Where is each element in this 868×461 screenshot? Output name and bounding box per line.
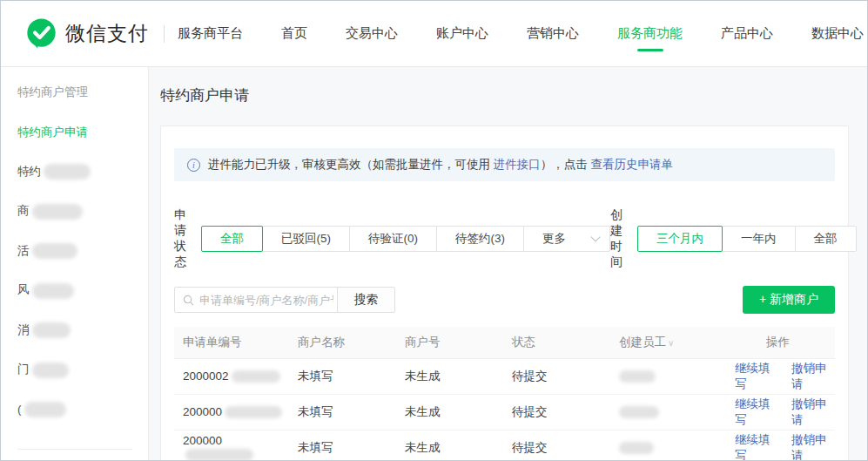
redacted-text — [185, 449, 253, 461]
application-id-prefix: 200000 — [183, 434, 222, 447]
filter-chevron-icon: ∨ — [668, 338, 674, 348]
cell-merchant-id: 未生成 — [396, 430, 503, 461]
cell-creator — [610, 430, 721, 461]
cell-actions: 继续填写撤销申请 — [721, 430, 835, 461]
status-filter-more[interactable]: 更多 — [523, 226, 610, 252]
topbar: 微信支付 服务商平台 首页 交易中心 账户中心 营销中心 服务商功能 产品中心 … — [1, 1, 867, 67]
nav-item-trade-center[interactable]: 交易中心 — [346, 25, 398, 42]
cell-creator — [610, 394, 721, 430]
redacted-text — [619, 442, 654, 454]
redacted-text — [225, 406, 282, 418]
col-header-creator[interactable]: 创建员工∨ — [610, 327, 721, 358]
redacted-text — [32, 363, 69, 378]
redacted-text — [232, 370, 280, 383]
nav-item-data-center[interactable]: 数据中心 — [811, 25, 864, 42]
cell-application-id: 200000 — [174, 394, 289, 430]
cancel-application-link[interactable]: 撤销申请 — [791, 432, 835, 461]
continue-filling-link[interactable]: 继续填写 — [735, 361, 778, 392]
sidebar-divider — [17, 449, 132, 450]
sidebar-item-redacted-3[interactable]: 活 — [17, 243, 148, 259]
cell-status: 待提交 — [503, 394, 610, 430]
time-filter-one-year[interactable]: 一年内 — [722, 226, 796, 252]
application-id-prefix: 200000 — [183, 405, 222, 418]
banner-link-history[interactable]: 查看历史申请单 — [591, 157, 674, 173]
redacted-text — [32, 243, 77, 259]
creator-header-label: 创建员工 — [619, 336, 666, 349]
sidebar-item-redacted-4[interactable]: 风 — [17, 282, 148, 298]
cell-merchant-name: 未填写 — [289, 358, 396, 394]
info-banner: i 进件能力已升级，审核更高效（如需批量进件，可使用 进件接口 ），点击 查看历… — [174, 148, 835, 181]
cell-merchant-name: 未填写 — [289, 430, 396, 461]
table-row: 200000 未填写 未生成 待提交 继续填写撤销申请 — [174, 394, 835, 430]
sidebar-item-redacted-5[interactable]: 消 — [17, 322, 148, 338]
cell-merchant-name: 未填写 — [289, 394, 396, 430]
sidebar-item-prefix: ( — [17, 402, 22, 415]
col-header-merchant-id: 商户号 — [396, 327, 503, 358]
cell-application-id: 2000002 — [174, 358, 289, 394]
top-nav: 首页 交易中心 账户中心 营销中心 服务商功能 产品中心 数据中心 — [281, 25, 864, 42]
main-content: 特约商户申请 i 进件能力已升级，审核更高效（如需批量进件，可使用 进件接口 ）… — [149, 67, 867, 461]
cell-actions: 继续填写撤销申请 — [721, 394, 835, 430]
table-row: 200000 未填写 未生成 待提交 继续填写撤销申请 — [174, 430, 835, 461]
nav-item-account-center[interactable]: 账户中心 — [436, 25, 488, 42]
nav-item-service-provider-functions[interactable]: 服务商功能 — [617, 25, 683, 42]
status-filter-pending-sign[interactable]: 待签约(3) — [436, 226, 524, 252]
nav-item-product-center[interactable]: 产品中心 — [721, 25, 773, 42]
brand-divider — [164, 25, 165, 43]
redacted-text — [44, 164, 91, 180]
nav-item-home[interactable]: 首页 — [281, 25, 307, 42]
more-label: 更多 — [542, 227, 566, 251]
status-filter-all[interactable]: 全部 — [201, 226, 263, 252]
sidebar-item-redacted-6[interactable]: 门 — [17, 362, 148, 377]
redacted-text — [619, 370, 656, 383]
redacted-text — [24, 402, 66, 417]
cell-actions: 继续填写撤销申请 — [721, 358, 835, 394]
sidebar-item-redacted-1[interactable]: 特约 — [17, 164, 148, 180]
col-header-actions: 操作 — [721, 327, 835, 358]
search-input[interactable] — [194, 294, 337, 307]
info-icon: i — [187, 159, 200, 172]
sidebar-item-prefix: 特约 — [17, 165, 41, 178]
banner-text: 进件能力已升级，审核更高效（如需批量进件，可使用 — [208, 157, 494, 173]
time-filter-label: 创建时间 — [610, 207, 622, 270]
status-filter-rejected[interactable]: 已驳回(5) — [262, 226, 350, 252]
page-title: 特约商户申请 — [160, 85, 849, 105]
cell-merchant-id: 未生成 — [396, 394, 503, 430]
redacted-text — [32, 322, 71, 338]
col-header-status: 状态 — [503, 327, 610, 358]
sidebar: 特约商户管理 特约商户申请 特约 商 活 风 消 门 ( 朋友圈发券 邀 — [1, 67, 149, 461]
filter-row: 申请状态 全部 已驳回(5) 待验证(0) 待签约(3) 更多 创建时间 三个月… — [174, 207, 835, 270]
banner-text: ），点击 — [541, 157, 591, 173]
nav-item-marketing-center[interactable]: 营销中心 — [527, 25, 579, 42]
search-box — [174, 287, 338, 313]
cancel-application-link[interactable]: 撤销申请 — [791, 397, 835, 428]
cell-status: 待提交 — [503, 430, 610, 461]
cell-merchant-id: 未生成 — [396, 358, 503, 394]
search-icon — [183, 295, 194, 306]
time-filter-three-months[interactable]: 三个月内 — [637, 226, 723, 252]
sidebar-item-redacted-2[interactable]: 商 — [17, 203, 148, 219]
sidebar-item-redacted-7[interactable]: ( — [17, 402, 148, 417]
search-button[interactable]: 搜索 — [337, 287, 395, 313]
time-filter-all[interactable]: 全部 — [795, 226, 857, 252]
content-card: i 进件能力已升级，审核更高效（如需批量进件，可使用 进件接口 ），点击 查看历… — [160, 125, 849, 461]
continue-filling-link[interactable]: 继续填写 — [735, 432, 778, 461]
redacted-text — [32, 204, 83, 220]
banner-link-api[interactable]: 进件接口 — [494, 157, 541, 173]
add-merchant-button[interactable]: + 新增商户 — [743, 286, 835, 314]
application-id-prefix: 2000002 — [183, 369, 229, 383]
continue-filling-link[interactable]: 继续填写 — [735, 397, 778, 428]
col-header-application-id: 申请单编号 — [174, 327, 289, 358]
redacted-text — [619, 406, 659, 418]
sidebar-item-prefix: 消 — [17, 323, 30, 336]
status-filter-pending-verify[interactable]: 待验证(0) — [349, 226, 437, 252]
search-row: 搜索 + 新增商户 — [174, 286, 835, 314]
sidebar-item-prefix: 门 — [17, 363, 30, 376]
cell-application-id: 200000 — [174, 430, 289, 461]
sidebar-section-merchant-management: 特约商户管理 — [17, 85, 148, 100]
sidebar-item-merchant-application[interactable]: 特约商户申请 — [17, 125, 148, 140]
status-filter-group: 全部 已驳回(5) 待验证(0) 待签约(3) 更多 — [201, 226, 610, 252]
col-header-merchant-name: 商户名称 — [289, 327, 396, 358]
cancel-application-link[interactable]: 撤销申请 — [791, 361, 835, 392]
sidebar-item-prefix: 商 — [17, 204, 30, 217]
